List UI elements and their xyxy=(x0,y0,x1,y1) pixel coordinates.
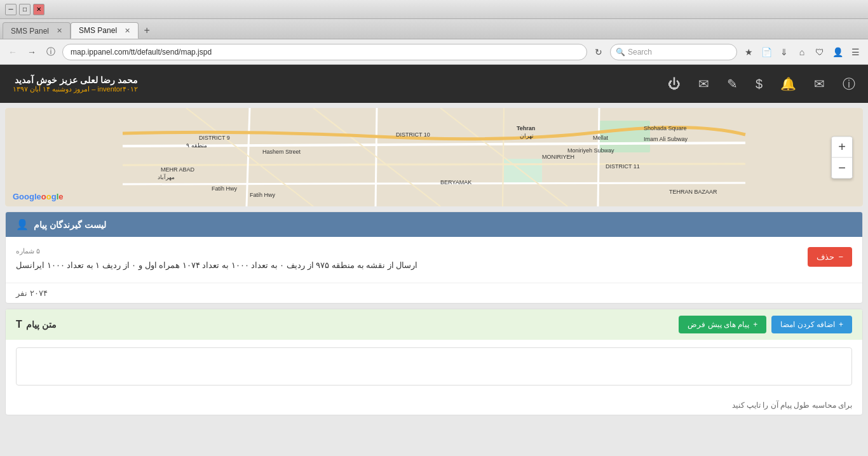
mail-nav-icon[interactable]: ✉ xyxy=(698,76,709,91)
recipients-header-text: لیست گیرندگان پیام xyxy=(34,220,106,230)
browser-frame: ─ □ ✕ SMS Panel ✕ SMS Panel ✕ + ← → ⓘ ma… xyxy=(0,0,868,456)
svg-text:MEHR ABAD: MEHR ABAD xyxy=(161,166,195,173)
dollar-nav-icon[interactable]: $ xyxy=(756,77,763,91)
svg-text:Moniriyeh Subway: Moniriyeh Subway xyxy=(567,147,614,154)
default-messages-label: پیام های پیش فرض xyxy=(688,320,749,329)
delete-icon: − xyxy=(838,252,843,262)
maximize-button[interactable]: □ xyxy=(19,4,31,15)
tab-2-close[interactable]: ✕ xyxy=(125,27,130,35)
message-hint: برای محاسبه طول پیام آن را تایپ کنید xyxy=(6,396,862,415)
url-text: map.ippanel.com/tt/default/send/map.jspd xyxy=(71,48,212,57)
message-textarea-container xyxy=(6,340,862,396)
delete-button[interactable]: − حذف xyxy=(808,247,852,267)
svg-text:Shohada Square: Shohada Square xyxy=(644,125,687,131)
svg-text:DISTRICT 10: DISTRICT 10 xyxy=(396,131,430,138)
tab-1[interactable]: SMS Panel ✕ xyxy=(3,22,71,39)
url-bar[interactable]: map.ippanel.com/tt/default/send/map.jspd xyxy=(62,44,587,60)
recipient-row: − حذف ۵ شماره ارسال از نقشه به منطقه ۹۷۵… xyxy=(16,247,852,272)
svg-text:Fatih Hwy: Fatih Hwy xyxy=(250,192,276,198)
menu-icon[interactable]: ☰ xyxy=(848,44,863,60)
search-bar[interactable]: 🔍 Search xyxy=(610,44,737,60)
tabs-bar: SMS Panel ✕ SMS Panel ✕ + xyxy=(0,19,868,39)
search-icon: 🔍 xyxy=(616,48,625,57)
reader-icon[interactable]: 📄 xyxy=(759,44,774,60)
google-logo: Googleoogle xyxy=(13,192,64,201)
address-bar: ← → ⓘ map.ippanel.com/tt/default/send/ma… xyxy=(0,39,868,65)
svg-line-5 xyxy=(123,183,745,184)
message-section: + اضافه کردن امضا + پیام های پیش فرض متن… xyxy=(5,309,863,415)
recipients-header: لیست گیرندگان پیام 👤 xyxy=(6,212,862,237)
svg-text:BERYAMAK: BERYAMAK xyxy=(440,179,471,185)
message-header-title: متن پیام T xyxy=(16,319,57,330)
message-textarea[interactable] xyxy=(16,347,852,386)
zoom-in-button[interactable]: + xyxy=(832,137,852,157)
bell-nav-icon[interactable]: 🔔 xyxy=(780,76,796,91)
profile-icon[interactable]: 👤 xyxy=(830,44,845,60)
back-button[interactable]: ← xyxy=(5,44,20,60)
user-info: محمد رضا لعلی عزیز خوش آمدید inventor۴۰۱… xyxy=(13,75,138,93)
add-icon: + xyxy=(839,320,843,329)
svg-line-9 xyxy=(598,108,599,206)
message-title-text: متن پیام xyxy=(26,319,57,330)
hint-text: برای محاسبه طول پیام آن را تایپ کنید xyxy=(732,401,852,410)
recipients-icon: 👤 xyxy=(16,218,29,231)
map-background: DISTRICT 9 منطقه ۹ MEHR ABAD مهرآباد DIS… xyxy=(5,108,863,206)
power-nav-icon[interactable]: ⏻ xyxy=(668,77,681,91)
total-label: ۲۰۷۴ نفر xyxy=(16,288,48,298)
page-content: ⓘ ✉ 🔔 $ ✎ ✉ ⏻ محمد رضا لعلی عزیز خوش آمد… xyxy=(0,65,868,456)
google-logo-text: Google xyxy=(13,192,41,201)
text-icon: T xyxy=(16,319,22,330)
close-button[interactable]: ✕ xyxy=(33,4,44,15)
minimize-button[interactable]: ─ xyxy=(5,4,17,15)
search-placeholder: Search xyxy=(628,48,652,57)
home-icon[interactable]: ⌂ xyxy=(794,44,810,60)
main-area: DISTRICT 9 منطقه ۹ MEHR ABAD مهرآباد DIS… xyxy=(0,103,868,456)
svg-text:DISTRICT 11: DISTRICT 11 xyxy=(606,163,640,170)
svg-text:Imam Ali Subway: Imam Ali Subway xyxy=(644,136,688,142)
refresh-button[interactable]: ↻ xyxy=(591,44,606,60)
svg-text:Tehran: Tehran xyxy=(517,125,535,131)
svg-text:TEHRAN BAZAAR: TEHRAN BAZAAR xyxy=(669,189,717,195)
svg-line-4 xyxy=(123,164,745,165)
recipient-description: ارسال از نقشه به منطقه ۹۷۵ از ردیف ۰ به … xyxy=(16,258,417,272)
svg-text:Hashem Street: Hashem Street xyxy=(262,149,301,155)
svg-text:منطقه ۹: منطقه ۹ xyxy=(186,142,207,149)
map-zoom: + − xyxy=(831,136,853,178)
info-button[interactable]: ⓘ xyxy=(43,44,58,60)
recipients-footer: ۲۰۷۴ نفر xyxy=(6,283,862,303)
browser-actions: ★ 📄 ⇓ ⌂ 🛡 👤 ☰ xyxy=(741,44,863,60)
tab-1-label: SMS Panel xyxy=(11,27,49,36)
map-svg: DISTRICT 9 منطقه ۹ MEHR ABAD مهرآباد DIS… xyxy=(5,108,863,206)
message-actions: + اضافه کردن امضا + پیام های پیش فرض xyxy=(679,316,852,333)
download-icon[interactable]: ⇓ xyxy=(776,44,792,60)
edit-nav-icon[interactable]: ✎ xyxy=(727,76,738,91)
svg-text:مهرآباد: مهرآباد xyxy=(158,173,175,181)
svg-text:MONIRIYEH: MONIRIYEH xyxy=(542,154,574,160)
default-messages-button[interactable]: + پیام های پیش فرض xyxy=(679,316,766,333)
zoom-out-button[interactable]: − xyxy=(832,158,852,178)
forward-button[interactable]: → xyxy=(24,44,39,60)
user-name: محمد رضا لعلی عزیز خوش آمدید xyxy=(13,75,138,85)
user-sub: inventor۴۰۱۲ – امروز دوشنبه ۱۴ آبان ۱۳۹۷ xyxy=(13,85,138,93)
tab-2-label: SMS Panel xyxy=(79,26,117,35)
shield-icon[interactable]: 🛡 xyxy=(812,44,827,60)
recipients-section: لیست گیرندگان پیام 👤 − حذف ۵ شماره ارسال… xyxy=(5,211,863,304)
delete-label: حذف xyxy=(817,252,834,262)
nav-icons: ⓘ ✉ 🔔 $ ✎ ✉ ⏻ xyxy=(668,76,855,93)
svg-text:Fatih Hwy: Fatih Hwy xyxy=(212,185,238,192)
tab-1-close[interactable]: ✕ xyxy=(57,27,62,35)
add-signature-button[interactable]: + اضافه کردن امضا xyxy=(771,316,852,333)
svg-text:Mellat: Mellat xyxy=(593,135,609,141)
send-nav-icon[interactable]: ✉ xyxy=(814,76,825,91)
map-container: DISTRICT 9 منطقه ۹ MEHR ABAD مهرآباد DIS… xyxy=(5,108,863,206)
recipients-body: − حذف ۵ شماره ارسال از نقشه به منطقه ۹۷۵… xyxy=(6,237,862,283)
add-signature-label: اضافه کردن امضا xyxy=(780,320,835,329)
plus-icon: + xyxy=(753,320,757,329)
star-icon[interactable]: ★ xyxy=(741,44,756,60)
recipient-count: ۵ شماره xyxy=(16,247,40,255)
tab-2[interactable]: SMS Panel ✕ xyxy=(71,22,139,39)
new-tab-button[interactable]: + xyxy=(139,22,155,39)
info-nav-icon[interactable]: ⓘ xyxy=(843,76,855,93)
title-bar: ─ □ ✕ xyxy=(0,0,868,19)
top-nav: ⓘ ✉ 🔔 $ ✎ ✉ ⏻ محمد رضا لعلی عزیز خوش آمد… xyxy=(0,65,868,103)
